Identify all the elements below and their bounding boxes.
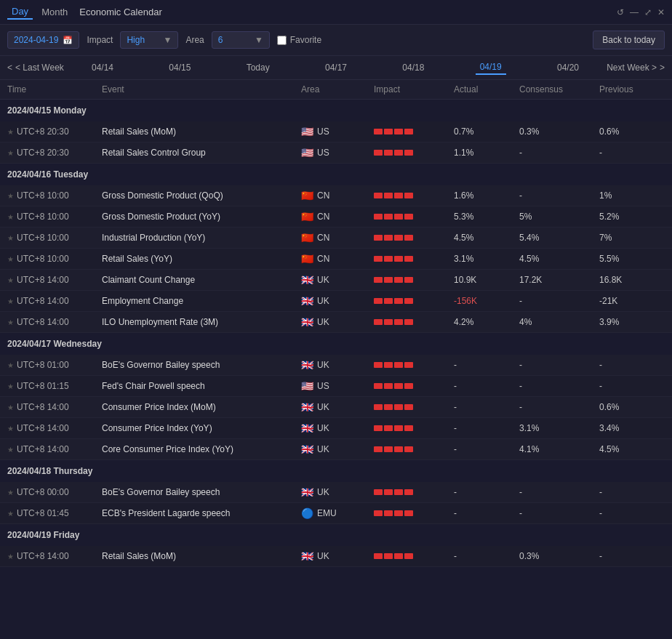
impact-bar — [374, 404, 383, 410]
day-0419[interactable]: 04/19 — [476, 60, 506, 75]
impact-bar — [404, 319, 413, 325]
actual-value: - — [454, 444, 519, 454]
date-picker[interactable]: 2024-04-19 📅 — [7, 31, 79, 49]
table-row[interactable]: ★UTC+8 14:00Employment Change🇬🇧UK-156K--… — [0, 291, 672, 312]
top-nav: Day Month Economic Calendar ↺ — ⤢ ✕ — [0, 0, 672, 25]
impact-bar — [384, 319, 393, 325]
refresh-btn[interactable]: ↺ — [617, 7, 624, 17]
consensus-value: - — [519, 402, 599, 412]
table-row[interactable]: ★UTC+8 00:00BoE's Governor Bailey speech… — [0, 482, 672, 503]
day-0420[interactable]: 04/20 — [553, 61, 583, 74]
prev-week-button[interactable]: < < Last Week — [7, 63, 64, 73]
time-cell: ★UTC+8 00:00 — [7, 487, 102, 497]
impact-bar — [374, 319, 383, 325]
table-row[interactable]: ★UTC+8 14:00Claimant Count Change🇬🇧UK10.… — [0, 270, 672, 291]
date-value: 2024-04-19 — [14, 35, 58, 45]
impact-bar — [394, 319, 403, 325]
tab-month[interactable]: Month — [37, 5, 72, 19]
impact-bar — [384, 193, 393, 198]
table-row[interactable]: ★UTC+8 14:00ILO Unemployment Rate (3M)🇬🇧… — [0, 312, 672, 333]
section-header-3: 2024/04/18 Thursday — [0, 460, 672, 482]
star-icon: ★ — [7, 276, 14, 284]
time-cell: ★UTC+8 14:00 — [7, 317, 102, 327]
time-value: UTC+8 20:30 — [17, 148, 69, 158]
impact-cell — [374, 489, 454, 495]
area-code: CN — [317, 233, 329, 243]
day-0415[interactable]: 04/15 — [164, 61, 195, 74]
expand-btn[interactable]: ⤢ — [644, 7, 652, 17]
impact-cell — [374, 256, 454, 262]
impact-bar — [404, 489, 413, 495]
table-row[interactable]: ★UTC+8 20:30Retail Sales (MoM)🇺🇸US0.7%0.… — [0, 121, 672, 142]
impact-bar — [404, 425, 413, 431]
star-icon: ★ — [7, 192, 14, 200]
consensus-value: 4.1% — [519, 444, 599, 454]
actual-value: - — [454, 508, 519, 518]
th-area: Area — [301, 84, 374, 95]
time-cell: ★UTC+8 01:15 — [7, 381, 102, 391]
next-week-button[interactable]: Next Week > > — [607, 63, 665, 73]
flag-icon: 🇬🇧 — [301, 486, 313, 498]
impact-bar — [374, 489, 383, 495]
time-cell: ★UTC+8 20:30 — [7, 148, 102, 158]
table-row[interactable]: ★UTC+8 14:00Core Consumer Price Index (Y… — [0, 439, 672, 460]
impact-bar — [384, 298, 393, 304]
previous-value: 0.6% — [599, 126, 665, 137]
impact-bar — [374, 510, 383, 516]
impact-bar — [374, 235, 383, 241]
area-dropdown[interactable]: 6 ▼ — [212, 31, 270, 49]
week-days: 04/14 04/15 Today 04/17 04/18 04/19 04/2… — [64, 60, 607, 75]
impact-bar — [374, 383, 383, 389]
table-row[interactable]: ★UTC+8 10:00Retail Sales (YoY)🇨🇳CN3.1%4.… — [0, 249, 672, 270]
table-row[interactable]: ★UTC+8 14:00Consumer Price Index (MoM)🇬🇧… — [0, 397, 672, 418]
flag-icon: 🇬🇧 — [301, 295, 313, 307]
previous-value: 4.5% — [599, 444, 665, 454]
impact-bar — [404, 277, 413, 283]
section-header-1: 2024/04/16 Tuesday — [0, 164, 672, 185]
impact-cell — [374, 553, 454, 559]
table-row[interactable]: ★UTC+8 20:30Retail Sales Control Group🇺🇸… — [0, 142, 672, 164]
time-value: UTC+8 01:15 — [17, 381, 69, 391]
day-0414[interactable]: 04/14 — [87, 61, 118, 74]
th-consensus: Consensus — [519, 84, 599, 95]
time-value: UTC+8 01:00 — [17, 360, 69, 370]
table-row[interactable]: ★UTC+8 01:15Fed's Chair Powell speech🇺🇸U… — [0, 376, 672, 397]
table-row[interactable]: ★UTC+8 10:00Gross Domestic Product (QoQ)… — [0, 185, 672, 206]
close-btn[interactable]: ✕ — [657, 7, 665, 17]
day-0417[interactable]: 04/17 — [321, 61, 351, 74]
actual-value: 4.5% — [454, 233, 519, 243]
table-row[interactable]: ★UTC+8 14:00Consumer Price Index (YoY)🇬🇧… — [0, 418, 672, 439]
impact-bar — [394, 489, 403, 495]
day-0418[interactable]: 04/18 — [398, 61, 428, 74]
table-row[interactable]: ★UTC+8 14:00Retail Sales (MoM)🇬🇧UK-0.3%- — [0, 546, 672, 567]
impact-bar — [384, 277, 393, 283]
impact-bar — [384, 150, 393, 156]
calendar-scroll-area[interactable]: 2024/04/15 Monday★UTC+8 20:30Retail Sale… — [0, 100, 672, 639]
actual-value: - — [454, 551, 519, 561]
flag-icon: 🇨🇳 — [301, 232, 313, 244]
impact-bar — [374, 298, 383, 304]
minimize-btn[interactable]: — — [630, 7, 639, 17]
favorite-checkbox-wrap[interactable]: Favorite — [277, 35, 321, 45]
area-cell: 🇺🇸US — [301, 380, 374, 392]
table-row[interactable]: ★UTC+8 10:00Gross Domestic Product (YoY)… — [0, 206, 672, 228]
impact-bar — [404, 256, 413, 262]
tab-day[interactable]: Day — [7, 4, 33, 20]
table-row[interactable]: ★UTC+8 01:45ECB's President Lagarde spee… — [0, 503, 672, 524]
previous-value: 3.4% — [599, 423, 665, 433]
table-row[interactable]: ★UTC+8 10:00Industrial Production (YoY)🇨… — [0, 228, 672, 249]
actual-value: 5.3% — [454, 212, 519, 222]
table-row[interactable]: ★UTC+8 01:00BoE's Governor Bailey speech… — [0, 355, 672, 376]
favorite-checkbox[interactable] — [277, 36, 287, 45]
impact-bar — [404, 510, 413, 516]
toolbar: 2024-04-19 📅 Impact High ▼ Area 6 ▼ Favo… — [0, 25, 672, 56]
back-to-today-button[interactable]: Back to today — [593, 31, 665, 49]
impact-dropdown[interactable]: High ▼ — [120, 31, 178, 49]
actual-value: 3.1% — [454, 254, 519, 264]
area-code: UK — [317, 423, 329, 433]
day-today[interactable]: Today — [242, 61, 274, 74]
consensus-value: 5.4% — [519, 233, 599, 243]
previous-value: 5.5% — [599, 254, 665, 264]
prev-week-label: < Last Week — [15, 63, 64, 73]
section-header-0: 2024/04/15 Monday — [0, 100, 672, 121]
